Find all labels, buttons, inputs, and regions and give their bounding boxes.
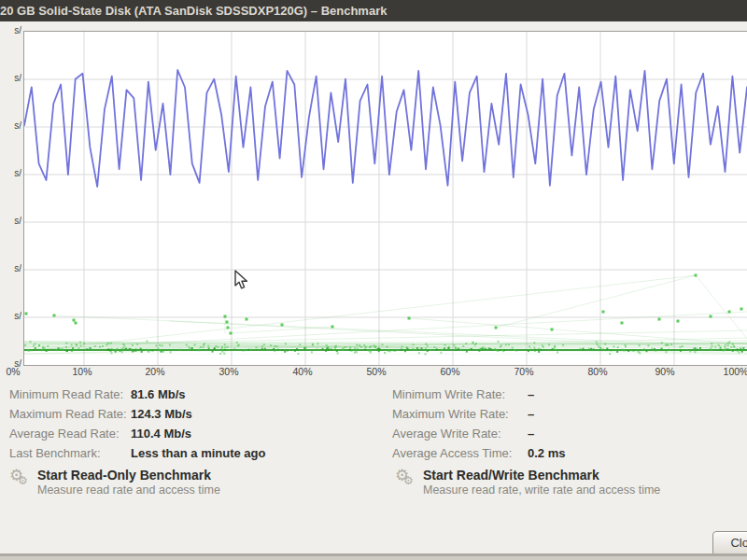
x-tick-label: 100% (724, 366, 747, 377)
x-tick-label: 80% (587, 366, 607, 377)
stat-value: 110.4 Mb/s (131, 424, 191, 443)
y-tick-label: /s (0, 25, 21, 36)
stat-row: Minimum Write Rate:– (392, 385, 747, 404)
x-tick-label: 20% (145, 366, 164, 377)
stat-row: Maximum Read Rate:124.3 Mb/s (9, 404, 374, 424)
stat-row: Average Access Time:0.2 ms (392, 443, 747, 463)
x-tick-label: 50% (366, 366, 386, 377)
x-tick-label: 30% (218, 366, 238, 377)
stat-label: Average Read Rate: (9, 424, 120, 443)
stat-row: Minimum Read Rate:81.6 Mb/s (9, 385, 374, 404)
stat-value: – (528, 404, 534, 424)
stat-value: 0.2 ms (528, 443, 565, 463)
y-tick-label: /s (0, 263, 21, 274)
y-tick-label: /s (0, 168, 21, 179)
benchmark-window: { "window": { "title": "20 GB Solid-Stat… (0, 0, 747, 560)
start-read-write-benchmark-button[interactable]: ⚙ ⚙ Start Read/Write Benchmark Measure r… (395, 468, 747, 503)
stat-row: Average Write Rate:– (392, 424, 747, 443)
stat-label: Minimum Read Rate: (9, 385, 123, 404)
stat-value: Less than a minute ago (131, 443, 265, 463)
stat-value: – (528, 424, 534, 443)
x-tick-label: 0% (6, 366, 20, 377)
x-tick-label: 60% (440, 366, 459, 377)
read-only-benchmark-label: Start Read-Only Benchmark (37, 468, 211, 483)
stat-label: Minimum Write Rate: (392, 385, 505, 404)
benchmark-gears-icon: ⚙ ⚙ (395, 469, 419, 493)
start-read-only-benchmark-button[interactable]: ⚙ ⚙ Start Read-Only Benchmark Measure re… (9, 468, 364, 503)
stat-label: Maximum Read Rate: (9, 404, 127, 424)
benchmark-gears-icon: ⚙ ⚙ (9, 469, 34, 493)
window-title: 20 GB Solid-State Disk (ATA SanDisk SDSS… (0, 4, 387, 18)
stat-label: Average Write Rate: (392, 424, 501, 443)
stat-row: Last Benchmark:Less than a minute ago (9, 443, 374, 463)
y-tick-label: /s (0, 73, 21, 84)
stat-label: Maximum Write Rate: (392, 404, 509, 424)
close-button[interactable]: Close (712, 531, 747, 556)
stat-row: Average Read Rate:110.4 Mb/s (9, 424, 374, 443)
read-write-benchmark-subtitle: Measure read rate, write rate and access… (423, 483, 660, 497)
stat-value: 124.3 Mb/s (131, 404, 192, 424)
read-write-benchmark-label: Start Read/Write Benchmark (423, 468, 599, 483)
stat-value: 81.6 Mb/s (131, 385, 186, 404)
window-bottom-edge (0, 556, 747, 560)
y-tick-label: /s (0, 311, 21, 322)
chart-canvas (24, 32, 747, 365)
stat-row: Maximum Write Rate:– (392, 404, 747, 424)
x-tick-label: 70% (514, 366, 533, 377)
read-only-benchmark-subtitle: Measure read rate and access time (37, 483, 220, 497)
y-tick-label: /s (0, 216, 21, 227)
x-tick-label: 90% (655, 366, 674, 377)
stat-label: Average Access Time: (392, 443, 512, 463)
stat-label: Last Benchmark: (9, 443, 101, 463)
benchmark-chart (23, 31, 747, 366)
x-tick-label: 10% (72, 366, 92, 377)
stat-value: – (528, 385, 534, 404)
x-tick-label: 40% (292, 366, 312, 377)
y-tick-label: /s (0, 120, 21, 132)
window-titlebar: 20 GB Solid-State Disk (ATA SanDisk SDSS… (0, 0, 747, 21)
